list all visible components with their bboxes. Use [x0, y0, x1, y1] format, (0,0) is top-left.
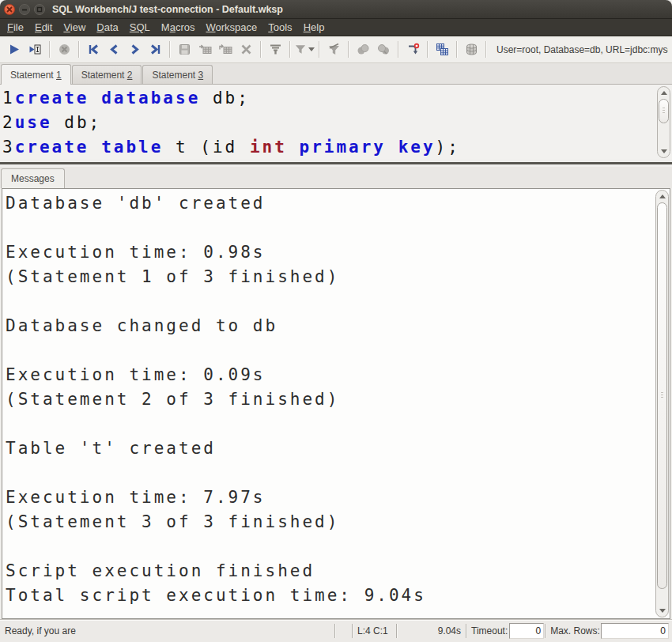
code-line-3: 3create table t (id int primary key);	[2, 135, 653, 160]
splitter-handle[interactable]	[0, 160, 672, 167]
commit-icon	[357, 43, 370, 56]
messages-scrollbar[interactable]	[655, 190, 669, 617]
messages-panel[interactable]: Database 'db' created Execution time: 0.…	[2, 188, 670, 619]
last-statement-button[interactable]	[145, 40, 165, 60]
scroll-thumb[interactable]	[659, 99, 669, 123]
next-statement-button[interactable]	[124, 40, 145, 60]
chevron-right-icon	[128, 43, 142, 56]
connection-info: User=root, Database=db, URL=jdbc:mysq	[496, 44, 668, 55]
timeout-input[interactable]	[509, 623, 544, 639]
delete-row-icon	[240, 43, 253, 56]
execution-time: 9.04s	[398, 625, 465, 636]
max-rows-label: Max. Rows:	[547, 625, 601, 636]
scroll-track[interactable]	[656, 202, 668, 605]
status-divider	[334, 624, 336, 638]
database-button[interactable]	[461, 40, 481, 60]
tab-messages[interactable]: Messages	[1, 168, 65, 188]
arrow-down-icon	[659, 609, 666, 613]
db-explorer-button[interactable]	[432, 40, 452, 60]
menu-file[interactable]: File	[2, 19, 29, 36]
ignore-errors-button[interactable]	[402, 40, 423, 60]
close-button[interactable]	[4, 4, 15, 15]
toolbar-separator	[169, 41, 170, 58]
last-icon	[149, 43, 162, 56]
menu-help[interactable]: Help	[298, 19, 330, 36]
scroll-down-button[interactable]	[656, 605, 668, 617]
minimize-button[interactable]	[19, 4, 30, 15]
table-grid-icon	[436, 43, 449, 56]
filter-off-icon	[327, 43, 341, 56]
scroll-track[interactable]	[658, 99, 670, 145]
titlebar[interactable]: SQL Workbench/J test-connection - Defaul…	[0, 0, 672, 19]
cancel-button[interactable]	[54, 40, 74, 60]
statement-tabstrip: Statement 1 Statement 2 Statement 3	[0, 63, 672, 85]
copy-row-icon	[219, 43, 232, 56]
save-button[interactable]	[174, 40, 194, 60]
menu-edit[interactable]: Edit	[29, 19, 58, 36]
scroll-up-button[interactable]	[658, 87, 670, 99]
timeout-label: Timeout:	[468, 625, 509, 636]
menu-sql[interactable]: SQL	[124, 19, 156, 36]
arrow-up-icon	[661, 91, 667, 95]
rollback-button[interactable]	[373, 40, 394, 60]
tab-statement-1[interactable]: Statement 1	[1, 64, 71, 85]
toolbar-separator	[398, 41, 398, 58]
play-cursor-icon	[28, 43, 42, 56]
first-icon	[87, 43, 100, 56]
menu-workspace[interactable]: Workspace	[200, 19, 262, 36]
editor-scrollbar[interactable]	[657, 86, 670, 158]
status-divider	[466, 624, 467, 638]
toolbar-separator	[78, 41, 79, 58]
menu-tools[interactable]: Tools	[262, 19, 297, 36]
toolbar-separator	[319, 41, 319, 58]
stop-icon	[58, 43, 71, 56]
database-icon	[465, 43, 478, 56]
arrow-up-icon	[659, 194, 666, 198]
maximize-icon	[36, 6, 43, 13]
tab-statement-3[interactable]: Statement 3	[142, 65, 213, 84]
menu-macros[interactable]: Macros	[156, 19, 201, 36]
toolbar-separator	[289, 41, 290, 58]
copy-row-button[interactable]	[215, 40, 236, 60]
execute-all-button[interactable]	[4, 40, 25, 60]
execute-current-button[interactable]	[25, 40, 45, 60]
insert-row-button[interactable]	[194, 40, 215, 60]
filter-button[interactable]	[265, 40, 285, 60]
messages-text: Database 'db' created Execution time: 0.…	[2, 189, 670, 608]
delete-row-button[interactable]	[236, 40, 256, 60]
menu-data[interactable]: Data	[91, 19, 123, 36]
status-message: Ready, if you are	[2, 625, 334, 636]
quick-filter-button[interactable]	[294, 40, 315, 60]
scroll-thumb[interactable]	[657, 202, 667, 589]
code-line-1: 1create database db;	[2, 86, 653, 111]
play-icon	[8, 43, 21, 56]
menu-view[interactable]: View	[58, 19, 91, 36]
messages-tabstrip: Messages	[0, 167, 672, 188]
splitter-bar	[0, 162, 672, 164]
floppy-icon	[178, 43, 191, 56]
toolbar-separator	[260, 41, 261, 58]
previous-statement-button[interactable]	[104, 40, 124, 60]
rollback-icon	[377, 43, 391, 56]
filter-dropdown-icon	[294, 43, 307, 56]
toolbar-separator	[485, 41, 486, 58]
sql-editor[interactable]: 1create database db; 2use db; 3create ta…	[0, 85, 672, 160]
filter-icon	[269, 43, 282, 56]
toolbar-separator	[456, 41, 457, 58]
tab-statement-2[interactable]: Statement 2	[72, 65, 142, 84]
toolbar-separator	[49, 41, 50, 58]
commit-button[interactable]	[353, 40, 373, 60]
maximize-button[interactable]	[34, 4, 45, 15]
scroll-down-button[interactable]	[658, 145, 670, 157]
status-divider	[352, 624, 353, 638]
reset-filter-button[interactable]	[323, 40, 344, 60]
editor-code: 1create database db; 2use db; 3create ta…	[0, 85, 672, 160]
toolbar: User=root, Database=db, URL=jdbc:mysq	[0, 36, 672, 63]
app-window: SQL Workbench/J test-connection - Defaul…	[0, 0, 672, 642]
scroll-up-button[interactable]	[656, 191, 668, 202]
max-rows-input[interactable]	[601, 623, 669, 639]
cursor-position: L:4 C:1	[354, 625, 395, 636]
status-divider	[396, 624, 398, 638]
first-statement-button[interactable]	[83, 40, 104, 60]
window-controls	[4, 4, 45, 15]
